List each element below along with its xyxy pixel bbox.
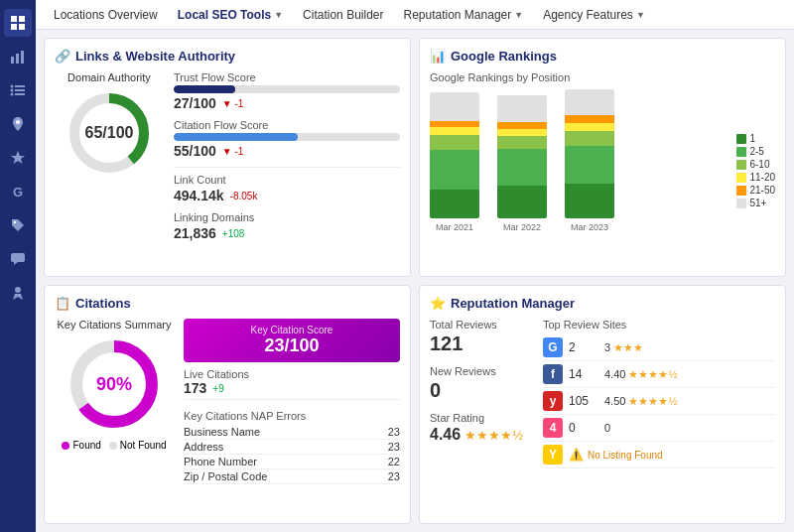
nav-local-seo-tools[interactable]: Local SEO Tools▼ [170, 0, 291, 29]
site-rating: 0 [604, 422, 613, 434]
legend-item: 11-20 [736, 172, 775, 183]
sidebar-icon-pin[interactable] [4, 110, 32, 138]
site-count: 105 [569, 394, 598, 408]
link-count-metric: Link Count 494.14k -8.05k [174, 174, 400, 203]
citations-metrics: Live Citations 173 +9 [184, 368, 400, 400]
top-review-sites-title: Top Review Sites [543, 319, 775, 331]
nav-reputation-manager[interactable]: Reputation Manager▼ [395, 0, 531, 29]
trust-flow-label: Trust Flow Score [174, 71, 400, 83]
site-stars: ★★★ [613, 341, 643, 354]
citation-flow-change: ▼ -1 [222, 146, 244, 157]
nav-arrow-2: ▼ [514, 10, 523, 20]
nap-row: Zip / Postal Code23 [184, 469, 400, 484]
legend-item: 2-5 [736, 146, 775, 157]
rating-val: 4.50 [604, 395, 625, 407]
site-icon: y [543, 391, 563, 411]
trust-flow-change: ▼ -1 [222, 98, 244, 109]
bar-group: Mar 2023 [565, 89, 614, 232]
rating-val: 0 [604, 422, 610, 434]
bar-segment [565, 115, 614, 123]
reputation-content: Total Reviews 121 New Reviews 0 Star Rat… [430, 319, 775, 508]
sidebar-icon-list[interactable] [4, 76, 32, 104]
citations-icon: 📋 [55, 296, 70, 311]
card-authority-title: 🔗 Links & Website Authority [55, 49, 400, 64]
reputation-icon: ⭐ [430, 296, 446, 311]
svg-rect-15 [11, 253, 25, 262]
svg-rect-1 [19, 16, 25, 22]
key-citation-score: Key Citation Score 23/100 [184, 319, 400, 362]
sidebar-icon-grid[interactable] [4, 9, 32, 37]
svg-point-9 [11, 89, 14, 92]
sidebar-icon-chart[interactable] [4, 43, 32, 70]
nav-arrow-3: ▼ [636, 10, 645, 20]
citation-flow-metric: Citation Flow Score 55/100 ▼ -1 [174, 119, 400, 159]
citation-flow-label: Citation Flow Score [174, 119, 400, 131]
bar-segment [497, 186, 547, 218]
nav-locations-overview[interactable]: Locations Overview [46, 0, 166, 29]
citations-content: Key Citations Summary 90% Found [55, 319, 400, 508]
rankings-legend: 12-56-1011-2021-5051+ [736, 89, 775, 252]
bar-label: Mar 2023 [571, 222, 608, 232]
nav-agency-features[interactable]: Agency Features▼ [535, 0, 653, 29]
sidebar-icon-tag[interactable] [4, 211, 32, 239]
card-citations-title: 📋 Citations [55, 296, 400, 311]
kcs-value: 23/100 [194, 335, 390, 356]
svg-rect-0 [11, 16, 17, 22]
trust-flow-metric: Trust Flow Score 27/100 ▼ -1 [174, 71, 400, 111]
trust-flow-value: 27/100 [174, 95, 216, 111]
no-listing: ⚠️No Listing Found [569, 448, 663, 462]
rankings-icon: 📊 [430, 49, 446, 64]
sidebar-icon-star[interactable] [4, 144, 32, 172]
review-site-row: 400 [543, 415, 775, 442]
legend-not-found: Not Found [109, 440, 167, 451]
rating-val: 3 [604, 341, 610, 353]
rep-left: Total Reviews 121 New Reviews 0 Star Rat… [430, 319, 529, 508]
linking-domains-label: Linking Domains [174, 211, 400, 223]
stacked-bar [430, 92, 479, 218]
citations-donut: 90% [65, 334, 164, 434]
bar-segment [565, 146, 614, 184]
nav-citation-builder[interactable]: Citation Builder [295, 0, 391, 29]
site-icon: Y [543, 445, 563, 465]
review-site-row: y1054.50★★★★½ [543, 388, 775, 415]
legend-item: 21-50 [736, 185, 775, 196]
svg-rect-12 [15, 93, 25, 95]
bar-segment [565, 131, 614, 147]
sidebar-icon-g[interactable]: G [4, 178, 32, 205]
sidebar-icon-location[interactable] [4, 279, 32, 307]
bar-segment [565, 184, 614, 218]
svg-rect-6 [21, 51, 24, 64]
authority-content: Domain Authority 65/100 Trust Flow Score [55, 71, 400, 261]
dashboard-grid: 🔗 Links & Website Authority Domain Autho… [36, 30, 794, 532]
metrics-panel: Trust Flow Score 27/100 ▼ -1 Citation Fl… [174, 71, 400, 261]
nap-row: Address23 [184, 440, 400, 455]
citations-donut-area: Key Citations Summary 90% Found [55, 319, 174, 508]
site-count: 0 [569, 421, 598, 435]
card-authority: 🔗 Links & Website Authority Domain Autho… [44, 38, 411, 277]
svg-rect-10 [15, 89, 25, 91]
review-site-row: f144.40★★★★½ [543, 361, 775, 388]
bar-segment [497, 149, 547, 186]
rankings-subtitle: Google Rankings by Position [430, 71, 775, 83]
live-citations-metric: Live Citations 173 +9 [184, 368, 400, 400]
card-rankings-title: 📊 Google Rankings [430, 49, 775, 64]
svg-rect-8 [15, 85, 25, 87]
legend-item: 6-10 [736, 159, 775, 170]
citations-subtitle: Key Citations Summary [58, 319, 172, 331]
card-reputation-title: ⭐ Reputation Manager [430, 296, 775, 311]
site-rating: 4.50★★★★½ [604, 395, 678, 408]
sidebar-icon-chat[interactable] [4, 245, 32, 273]
top-navigation: Locations Overview Local SEO Tools▼ Cita… [36, 0, 794, 30]
linking-domains-metric: Linking Domains 21,836 +108 [174, 211, 400, 241]
main-content: Locations Overview Local SEO Tools▼ Cita… [36, 0, 794, 532]
bar-segment [497, 136, 547, 150]
bar-label: Mar 2022 [503, 222, 541, 232]
card-citations: 📋 Citations Key Citations Summary 90% [44, 285, 411, 524]
legend-item: 1 [736, 133, 775, 144]
domain-authority-section: Domain Authority 65/100 [55, 71, 164, 261]
rep-right: Top Review Sites G23★★★f144.40★★★★½y1054… [543, 319, 775, 508]
bar-segment [565, 89, 614, 115]
bar-chart: Mar 2021Mar 2022Mar 2023 [430, 89, 730, 252]
authority-icon: 🔗 [55, 49, 70, 64]
new-reviews-metric: New Reviews 0 [430, 365, 529, 402]
